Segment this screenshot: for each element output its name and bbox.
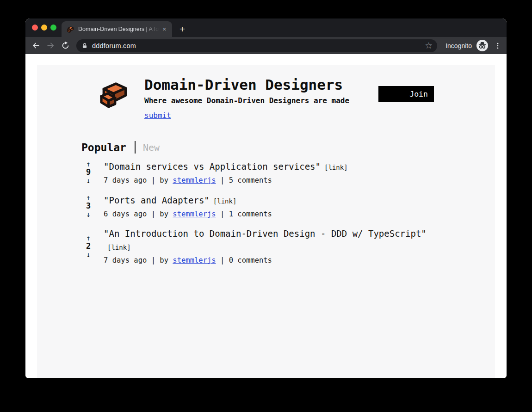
vote-column: ↑ 9 ↓ bbox=[81, 160, 95, 184]
downvote-icon[interactable]: ↓ bbox=[86, 177, 91, 184]
bookmark-star-icon[interactable]: ☆ bbox=[425, 41, 433, 50]
post-author-link[interactable]: stemmlerjs bbox=[173, 176, 216, 184]
post-row: ↑ 3 ↓ "Ports and Adapters"[link] 6 days … bbox=[81, 194, 495, 218]
post-posted-text: 7 days ago | by bbox=[104, 176, 173, 184]
post-posted-text: 6 days ago | by bbox=[104, 210, 173, 218]
post-meta: 6 days ago | by stemmlerjs | 1 comments bbox=[104, 210, 272, 218]
tab-strip: Domain-Driven Designers | A fo ✕ + bbox=[25, 18, 507, 37]
brick-logo[interactable] bbox=[98, 77, 130, 110]
post-title[interactable]: "An Introduction to Domain-Driven Design… bbox=[104, 228, 427, 239]
upvote-icon[interactable]: ↑ bbox=[86, 160, 91, 168]
post-title[interactable]: "Ports and Adapters" bbox=[104, 195, 210, 205]
lock-icon bbox=[81, 42, 88, 49]
three-dot-menu-icon[interactable] bbox=[494, 41, 502, 50]
post-posted-text: 7 days ago | by bbox=[104, 256, 173, 264]
tab-title: Domain-Driven Designers | A fo bbox=[78, 26, 161, 32]
post-comments-text: | 1 comments bbox=[216, 210, 272, 218]
minimize-window-button[interactable] bbox=[41, 25, 47, 31]
favicon-brick-icon bbox=[67, 25, 74, 33]
post-title[interactable]: "Domain services vs Application services… bbox=[104, 161, 321, 172]
close-tab-icon[interactable]: ✕ bbox=[161, 25, 168, 33]
site-tagline: Where awesome Domain-Driven Designers ar… bbox=[144, 96, 349, 105]
reload-icon[interactable] bbox=[59, 39, 72, 52]
post-meta: 7 days ago | by stemmlerjs | 0 comments bbox=[104, 256, 448, 264]
upvote-icon[interactable]: ↑ bbox=[86, 234, 91, 242]
post-link-tag[interactable]: [link] bbox=[324, 164, 348, 171]
post-link-tag[interactable]: [link] bbox=[107, 244, 131, 251]
vote-count: 3 bbox=[86, 202, 91, 210]
close-window-button[interactable] bbox=[32, 25, 38, 31]
tab-new[interactable]: New bbox=[143, 142, 160, 153]
downvote-icon[interactable]: ↓ bbox=[86, 210, 91, 218]
tab-popular[interactable]: Popular bbox=[81, 141, 126, 154]
sort-tabs: Popular New bbox=[81, 141, 495, 154]
browser-toolbar: dddforum.com ☆ Incognito bbox=[25, 37, 507, 54]
vote-count: 2 bbox=[86, 242, 91, 251]
site-masthead: Domain-Driven Designers Where awesome Do… bbox=[37, 77, 495, 120]
incognito-label: Incognito bbox=[445, 42, 472, 49]
post-row: ↑ 9 ↓ "Domain services vs Application se… bbox=[81, 160, 495, 184]
content-panel: Domain-Driven Designers Where awesome Do… bbox=[37, 65, 495, 378]
post-meta: 7 days ago | by stemmlerjs | 5 comments bbox=[104, 176, 348, 184]
post-link-tag[interactable]: [link] bbox=[213, 197, 237, 205]
site-title: Domain-Driven Designers bbox=[144, 77, 349, 92]
vote-count: 9 bbox=[86, 168, 91, 177]
incognito-icon bbox=[476, 40, 488, 51]
join-button[interactable]: Join bbox=[378, 86, 434, 102]
vote-column: ↑ 2 ↓ bbox=[81, 234, 95, 258]
new-tab-icon[interactable]: + bbox=[179, 24, 185, 34]
post-list: ↑ 9 ↓ "Domain services vs Application se… bbox=[81, 160, 495, 264]
post-comments-text: | 5 comments bbox=[216, 176, 272, 184]
page-background: Domain-Driven Designers Where awesome Do… bbox=[25, 54, 507, 378]
address-bar[interactable]: dddforum.com ☆ bbox=[76, 39, 437, 52]
post-comments-text: | 0 comments bbox=[216, 256, 272, 264]
traffic-lights bbox=[32, 25, 56, 31]
post-author-link[interactable]: stemmlerjs bbox=[173, 256, 216, 264]
upvote-icon[interactable]: ↑ bbox=[86, 194, 91, 202]
downvote-icon[interactable]: ↓ bbox=[86, 251, 91, 258]
browser-tab[interactable]: Domain-Driven Designers | A fo ✕ bbox=[62, 21, 172, 37]
vote-column: ↑ 3 ↓ bbox=[81, 194, 95, 218]
submit-link[interactable]: submit bbox=[144, 111, 171, 120]
back-icon[interactable] bbox=[29, 39, 42, 52]
browser-window: Domain-Driven Designers | A fo ✕ + bbox=[25, 18, 507, 378]
forward-icon[interactable] bbox=[44, 39, 57, 52]
maximize-window-button[interactable] bbox=[50, 25, 56, 31]
url-text: dddforum.com bbox=[92, 42, 136, 49]
post-author-link[interactable]: stemmlerjs bbox=[173, 210, 216, 218]
tab-divider bbox=[135, 141, 136, 154]
post-row: ↑ 2 ↓ "An Introduction to Domain-Driven … bbox=[81, 228, 495, 264]
